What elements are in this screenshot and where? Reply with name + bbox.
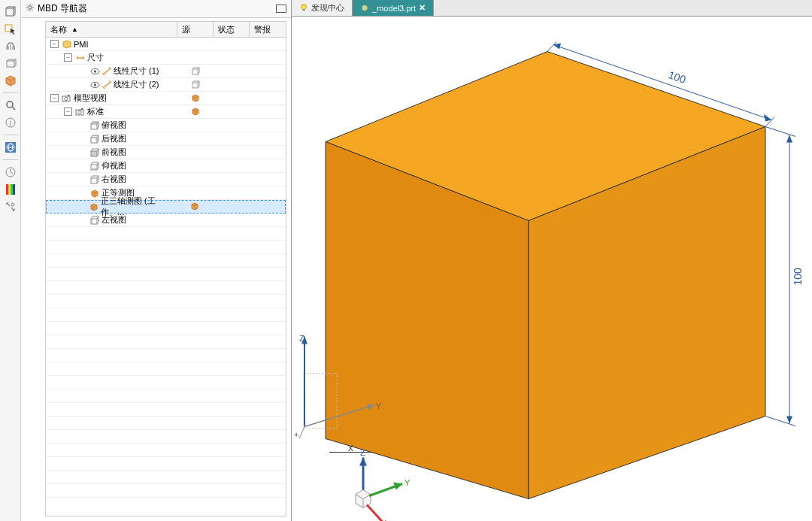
eye-icon[interactable] <box>89 80 100 90</box>
tree-empty-row <box>46 444 286 457</box>
svg-rect-43 <box>92 122 98 123</box>
view-bottom-icon <box>89 161 100 171</box>
view-right-icon <box>89 174 100 185</box>
tree-empty-row <box>46 268 286 281</box>
tab-close-icon[interactable]: ✕ <box>419 3 426 13</box>
svg-point-13 <box>7 101 13 108</box>
tree-empty-row <box>46 484 286 498</box>
svg-rect-24 <box>6 184 8 195</box>
svg-rect-52 <box>303 9 305 11</box>
svg-rect-38 <box>68 95 70 96</box>
tree-empty-row <box>46 403 286 416</box>
svg-point-34 <box>93 83 95 86</box>
tree-empty-row <box>46 471 286 484</box>
tree-node-dim1[interactable]: 线性尺寸 (1) <box>46 65 286 78</box>
svg-point-31 <box>93 70 95 72</box>
navigator-panel: MBD 导航器 名称 ▲ 源 状态 警报 −PMI −尺寸 线性尺寸 (1) 线… <box>21 0 292 521</box>
viewport-3d[interactable]: 100 100 Z Y + <box>292 17 812 521</box>
collapse-icon[interactable]: − <box>50 40 59 48</box>
svg-line-53 <box>547 42 556 52</box>
column-header-alert[interactable]: 警报 <box>250 22 286 37</box>
left-toolbar: i <box>0 0 21 521</box>
settings-icon[interactable] <box>26 3 35 14</box>
camera-icon <box>75 107 86 117</box>
svg-rect-41 <box>81 108 83 110</box>
dimension-right: 100 <box>765 127 804 426</box>
svg-rect-26 <box>11 184 13 195</box>
tool-palette-icon[interactable] <box>2 181 19 198</box>
tree-node-pmi[interactable]: −PMI <box>46 38 286 51</box>
tab-discovery[interactable]: 发现中心 <box>292 0 353 16</box>
tree-node-model-views[interactable]: −模型视图 <box>46 92 286 105</box>
lineardim-icon <box>102 80 112 90</box>
tool-search-icon[interactable] <box>2 97 19 114</box>
eye-icon[interactable] <box>89 66 100 77</box>
orange-cube-icon <box>190 201 199 212</box>
svg-rect-47 <box>92 168 96 170</box>
tool-cube-icon[interactable] <box>2 3 19 20</box>
tree-empty-row <box>46 281 286 295</box>
svg-marker-57 <box>764 114 771 122</box>
tree-area: −PMI −尺寸 线性尺寸 (1) 线性尺寸 (2) −模型视图 −标准 俯视图… <box>45 38 286 516</box>
svg-rect-32 <box>192 69 198 74</box>
collapse-icon[interactable]: − <box>50 94 59 102</box>
column-header-state[interactable]: 状态 <box>214 22 250 37</box>
dim-icon <box>75 53 86 63</box>
tree-node-right-view[interactable]: 右视图 <box>46 173 286 186</box>
collapse-icon[interactable]: − <box>64 108 72 116</box>
svg-text:Z: Z <box>360 448 365 457</box>
svg-rect-45 <box>91 151 97 156</box>
tool-shell-icon[interactable] <box>2 38 19 54</box>
svg-text:X: X <box>348 444 353 453</box>
tool-globe-icon[interactable] <box>2 139 19 156</box>
tree-node-front-view[interactable]: 前视图 <box>46 146 286 159</box>
svg-point-40 <box>78 111 81 114</box>
tree-empty-row <box>46 362 286 376</box>
svg-line-70 <box>299 427 304 439</box>
column-header-name[interactable]: 名称 ▲ <box>46 22 177 37</box>
svg-rect-27 <box>13 184 15 195</box>
tool-tools-icon[interactable] <box>2 198 19 215</box>
collapse-icon[interactable]: − <box>64 53 72 62</box>
svg-text:+: + <box>294 430 298 439</box>
svg-rect-35 <box>192 83 198 88</box>
tab-model[interactable]: _model3.prt ✕ <box>353 0 434 16</box>
tool-info-icon[interactable]: i <box>2 114 19 131</box>
dim-right-value: 100 <box>792 268 804 286</box>
tree-empty-row <box>46 322 286 335</box>
column-header-source[interactable]: 源 <box>177 22 214 37</box>
tree-empty-row <box>46 430 286 444</box>
tree-node-left-view[interactable]: 左视图 <box>46 214 286 227</box>
svg-line-23 <box>11 172 13 174</box>
tree-node-back-view[interactable]: 后视图 <box>46 132 286 146</box>
tree-node-dim2[interactable]: 线性尺寸 (2) <box>46 78 286 92</box>
tree-empty-row <box>46 241 286 254</box>
svg-marker-76 <box>359 458 367 466</box>
tree-empty-row <box>46 227 286 241</box>
src-cube-icon <box>191 66 200 77</box>
tree-empty-row <box>46 349 286 362</box>
pmi-icon <box>62 39 72 50</box>
scene-svg: 100 100 Z Y + <box>292 17 812 521</box>
svg-rect-42 <box>91 124 97 129</box>
tree-node-top-view[interactable]: 俯视图 <box>46 119 286 132</box>
tree-node-standard[interactable]: −标准 <box>46 105 286 119</box>
tree-node-dims[interactable]: −尺寸 <box>46 51 286 65</box>
tree-node-trimetric[interactable]: 正三轴测图 (工作、... <box>46 200 286 214</box>
tool-shade-icon[interactable] <box>2 72 19 89</box>
tree-node-bottom-view[interactable]: 仰视图 <box>46 159 286 173</box>
tree-empty-row <box>46 308 286 322</box>
tree-empty-row <box>46 335 286 349</box>
column-header-row: 名称 ▲ 源 状态 警报 <box>45 21 286 38</box>
tool-box-icon[interactable] <box>2 55 19 71</box>
svg-rect-48 <box>91 178 97 183</box>
tree-empty-row <box>46 295 286 308</box>
tree-empty-row <box>46 389 286 403</box>
tool-clock-icon[interactable] <box>2 164 19 180</box>
part-icon <box>360 3 369 14</box>
svg-point-51 <box>301 4 307 9</box>
tool-select-icon[interactable] <box>2 20 19 37</box>
svg-marker-62 <box>786 416 792 424</box>
minimize-icon[interactable] <box>276 5 286 13</box>
svg-rect-25 <box>8 184 11 195</box>
